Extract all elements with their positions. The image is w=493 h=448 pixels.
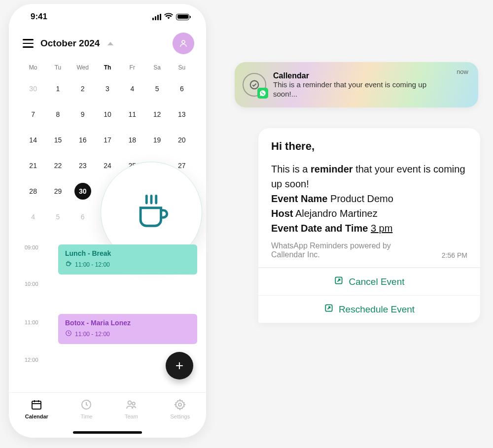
svg-point-0 — [182, 40, 185, 43]
date-cell[interactable]: 1 — [45, 76, 70, 102]
status-indicators — [152, 12, 189, 22]
reschedule-event-button[interactable]: Reschedule Event — [258, 295, 480, 323]
message-greeting: Hi there, — [271, 140, 467, 153]
tab-label: Time — [80, 414, 92, 419]
date-cell[interactable]: 5 — [45, 204, 70, 230]
clock-icon — [65, 330, 72, 338]
date-cell[interactable]: 20 — [170, 127, 194, 153]
battery-icon — [176, 14, 189, 20]
dow-label: Su — [170, 64, 194, 76]
home-indicator[interactable] — [73, 431, 142, 434]
tab-label: Team — [125, 414, 138, 419]
tab-label: Calendar — [25, 414, 48, 419]
date-cell[interactable]: 9 — [70, 102, 95, 127]
message-powered-by: WhatsApp Reminders powered by Callendar … — [271, 241, 419, 259]
open-link-icon — [324, 303, 334, 315]
date-cell[interactable]: 7 — [21, 102, 45, 127]
plus-icon: + — [176, 358, 183, 374]
tab-label: Settings — [170, 414, 190, 419]
dow-label: Wed — [70, 64, 95, 76]
event-card-lunch[interactable]: Lunch - Break 11:00 - 12:00 — [58, 244, 197, 275]
push-app-icon — [243, 73, 266, 97]
date-cell[interactable]: 3 — [95, 76, 120, 102]
calendar-header: October 2024 — [9, 30, 206, 60]
chevron-up-icon[interactable] — [107, 42, 113, 45]
dow-label: Mo — [21, 64, 45, 76]
date-cell[interactable]: 30 — [70, 178, 95, 204]
dow-label: Sa — [144, 64, 169, 76]
dow-label: Tu — [45, 64, 70, 76]
date-cell[interactable]: 16 — [70, 127, 95, 153]
svg-point-14 — [133, 402, 136, 405]
dow-label: Fr — [120, 64, 144, 76]
clock-time-icon — [80, 399, 92, 412]
phone-frame: 9:41 October 2024 MoTuWedThFrSaSu 301234… — [9, 4, 206, 438]
gear-icon — [174, 399, 186, 412]
date-cell[interactable]: 21 — [21, 153, 45, 178]
hour-label: 09:00 — [25, 244, 38, 250]
month-title[interactable]: October 2024 — [40, 38, 100, 49]
hour-label: 11:00 — [25, 319, 38, 325]
date-cell[interactable]: 30 — [21, 76, 45, 102]
user-icon — [179, 39, 188, 48]
event-time-row: 11:00 - 12:00 — [65, 330, 190, 338]
date-cell[interactable]: 13 — [170, 102, 194, 127]
date-cell[interactable]: 10 — [95, 102, 120, 127]
event-card-botox[interactable]: Botox - Maria Lonez 11:00 - 12:00 — [58, 314, 197, 344]
wifi-icon — [164, 12, 173, 22]
date-cell[interactable]: 23 — [70, 153, 95, 178]
cup-icon — [65, 260, 72, 269]
profile-button[interactable] — [173, 33, 194, 54]
message-timestamp: 2:56 PM — [442, 251, 467, 259]
status-bar: 9:41 — [9, 4, 206, 30]
dow-label: Th — [95, 64, 120, 76]
date-cell[interactable]: 22 — [45, 153, 70, 178]
push-app-name: Callendar — [273, 71, 450, 80]
date-cell[interactable]: 28 — [21, 178, 45, 204]
hour-label: 10:00 — [25, 281, 38, 287]
hour-label: 12:00 — [25, 357, 38, 363]
event-title: Botox - Maria Lonez — [65, 319, 190, 327]
date-cell[interactable]: 17 — [95, 127, 120, 153]
open-link-icon — [334, 276, 344, 288]
date-cell[interactable]: 14 — [21, 127, 45, 153]
push-body: This is a reminder that your event is co… — [273, 80, 450, 99]
date-cell[interactable]: 18 — [120, 127, 144, 153]
date-cell[interactable]: 15 — [45, 127, 70, 153]
event-time-row: 11:00 - 12:00 — [65, 260, 190, 269]
date-cell[interactable]: 12 — [144, 102, 169, 127]
date-cell[interactable]: 2 — [70, 76, 95, 102]
team-icon — [125, 399, 137, 412]
day-timeline: 09:00 Lunch - Break 11:00 - 12:00 10:00 … — [9, 244, 206, 344]
push-notification[interactable]: Callendar This is a reminder that your e… — [235, 62, 478, 107]
svg-point-15 — [178, 403, 181, 406]
date-cell[interactable]: 19 — [144, 127, 169, 153]
date-cell[interactable]: 4 — [21, 204, 45, 230]
tab-calendar[interactable]: Calendar — [25, 399, 48, 438]
calendar-icon — [31, 399, 42, 412]
event-title: Lunch - Break — [65, 249, 190, 257]
date-cell[interactable]: 24 — [95, 153, 120, 178]
date-cell[interactable]: 5 — [144, 76, 169, 102]
event-time: 11:00 - 12:00 — [75, 261, 110, 268]
cancel-event-button[interactable]: Cancel Event — [258, 268, 480, 295]
push-text: Callendar This is a reminder that your e… — [273, 71, 450, 99]
event-time: 11:00 - 12:00 — [75, 331, 110, 338]
reminder-message-card: Hi there, This is a reminder that your e… — [258, 128, 480, 323]
menu-button[interactable] — [23, 39, 34, 48]
message-body: This is a reminder that your event is co… — [271, 162, 467, 236]
date-cell[interactable]: 8 — [45, 102, 70, 127]
status-time: 9:41 — [31, 12, 47, 22]
date-cell[interactable]: 11 — [120, 102, 144, 127]
svg-point-13 — [128, 401, 132, 405]
date-cell[interactable]: 29 — [45, 178, 70, 204]
tab-settings[interactable]: Settings — [170, 399, 190, 438]
date-cell[interactable]: 4 — [120, 76, 144, 102]
add-event-button[interactable]: + — [166, 352, 193, 379]
whatsapp-badge-icon — [257, 88, 268, 99]
date-cell[interactable]: 6 — [70, 204, 95, 230]
date-cell[interactable]: 6 — [170, 76, 194, 102]
coffee-cup-icon — [132, 192, 171, 233]
svg-rect-8 — [32, 401, 41, 409]
push-timestamp: now — [457, 68, 468, 75]
